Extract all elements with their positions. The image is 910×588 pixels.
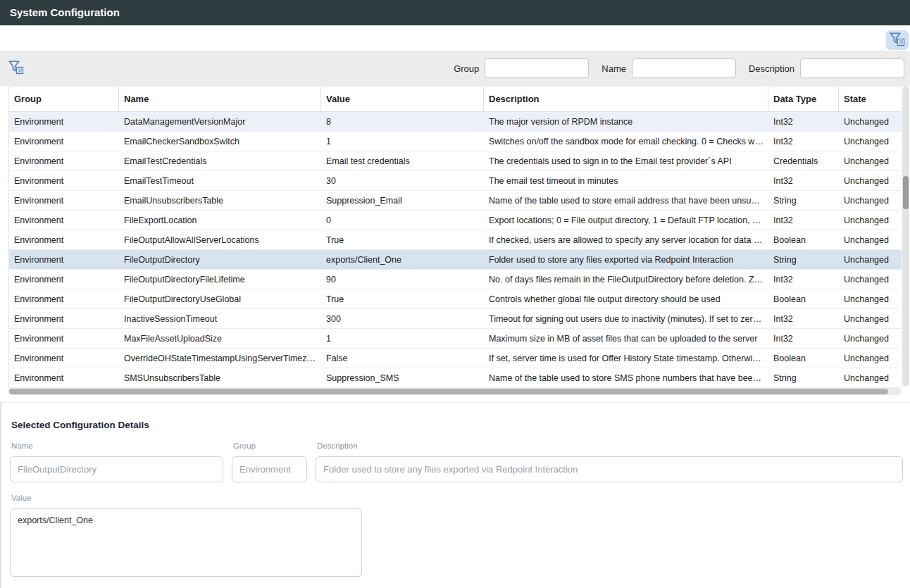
description-filter-input[interactable] (800, 58, 904, 78)
cell-datatype: Int32 (773, 117, 797, 127)
column-header-description[interactable]: Description (484, 87, 768, 111)
selected-configuration-details: Selected Configuration Details Name Grou… (0, 402, 910, 588)
cell-group: Environment (14, 255, 68, 265)
cell-datatype: Int32 (773, 334, 797, 344)
details-group-input[interactable] (232, 456, 307, 482)
vertical-scrollbar-thumb[interactable] (903, 176, 909, 209)
cell-state: Unchanged (844, 334, 893, 344)
cell-state: Unchanged (844, 314, 893, 324)
column-header-datatype[interactable]: Data Type (768, 87, 839, 111)
cell-state: Unchanged (844, 294, 893, 304)
cell-description: If set, server time is used for Offer Hi… (489, 354, 768, 363)
column-header-value[interactable]: Value (321, 87, 484, 111)
cell-value: Email test credentials (326, 156, 414, 166)
details-name-input[interactable] (10, 456, 223, 482)
details-description-input[interactable] (316, 456, 903, 482)
name-filter-input[interactable] (632, 58, 736, 78)
details-value-textarea[interactable]: exports/Client_One (10, 508, 362, 577)
cell-description: If checked, users are allowed to specify… (489, 235, 768, 245)
cell-state: Unchanged (844, 275, 893, 284)
config-table-section: Group Name Value Description Data Type S… (0, 86, 910, 395)
table-row[interactable]: Environment InactiveSessionTimeout 300 T… (9, 309, 902, 329)
cell-description: No. of days files remain in the FileOutp… (489, 275, 768, 284)
filter-bar: Group Name Description (0, 51, 910, 86)
table-row[interactable]: Environment FileOutputDirectory exports/… (9, 250, 902, 270)
cell-value: Suppression_SMS (326, 373, 404, 383)
table-row[interactable]: Environment EmailCheckerSandboxSwitch 1 … (9, 132, 902, 151)
cell-group: Environment (14, 117, 68, 127)
cell-description: Export locations; 0 = File output direct… (489, 215, 768, 225)
cell-value: 0 (326, 215, 335, 225)
cell-description: Switches on/off the sandbox mode for ema… (489, 137, 768, 146)
table-row[interactable]: Environment DataManagementVersionMajor 8… (9, 112, 902, 132)
cell-state: Unchanged (844, 156, 893, 166)
cell-description: Folder used to store any files exported … (489, 255, 737, 265)
cell-name: FileOutputDirectoryUseGlobal (124, 294, 245, 304)
table-row[interactable]: Environment FileExportLocation 0 Export … (9, 211, 902, 230)
table-row[interactable]: Environment FileOutputDirectoryUseGlobal… (9, 289, 902, 309)
cell-group: Environment (14, 235, 68, 245)
cell-value: Suppression_Email (326, 196, 406, 206)
cell-name: EmailUnsubscribersTable (124, 196, 228, 206)
cell-description: Name of the table used to store email ad… (489, 196, 768, 206)
filter-list-icon (8, 61, 24, 77)
filter-fields: Group Name Description (441, 58, 904, 78)
table-row[interactable]: Environment FileOutputDirectoryFileLifet… (9, 270, 902, 289)
cell-group: Environment (14, 137, 68, 146)
toolbar (0, 25, 910, 51)
cell-group: Environment (14, 215, 68, 225)
cell-datatype: String (773, 196, 801, 206)
cell-description: Name of the table used to store SMS phon… (489, 373, 768, 383)
cell-group: Environment (14, 294, 68, 304)
table-row[interactable]: Environment FileOutputAllowAllServerLoca… (9, 230, 902, 250)
cell-description: The credentials used to sign in to the E… (489, 156, 736, 166)
details-field-group: Group (232, 442, 307, 482)
table-row[interactable]: Environment MaxFileAssetUploadSize 1 Max… (9, 329, 902, 349)
cell-name: EmailTestCredentials (124, 156, 211, 166)
cell-datatype: Boolean (773, 235, 810, 245)
cell-name: DataManagementVersionMajor (124, 117, 249, 127)
cell-group: Environment (14, 373, 68, 383)
description-filter-label: Description (749, 63, 794, 74)
filter-field-group: Group (454, 58, 589, 78)
filter-toggle-button[interactable] (886, 30, 909, 50)
horizontal-scrollbar-thumb[interactable] (9, 389, 888, 394)
cell-description: Controls whether global file output dire… (489, 294, 725, 304)
column-header-group[interactable]: Group (9, 87, 119, 111)
cell-datatype: Boolean (773, 354, 810, 363)
config-table-header: Group Name Value Description Data Type S… (9, 87, 902, 112)
cell-state: Unchanged (844, 137, 893, 146)
cell-value: True (326, 235, 348, 245)
column-header-name[interactable]: Name (119, 87, 321, 111)
group-filter-input[interactable] (485, 58, 589, 78)
cell-state: Unchanged (844, 255, 893, 265)
group-filter-label: Group (454, 63, 479, 74)
table-row[interactable]: Environment SMSUnsubscribersTable Suppre… (9, 368, 902, 388)
table-row[interactable]: Environment EmailTestCredentials Email t… (9, 151, 902, 171)
cell-description: Maximum size in MB of asset files that c… (489, 334, 761, 344)
cell-value: 30 (326, 176, 340, 186)
details-group-label: Group (232, 442, 307, 450)
table-row[interactable]: Environment EmailUnsubscribersTable Supp… (9, 191, 902, 211)
cell-name: FileOutputDirectoryFileLifetime (124, 275, 249, 284)
cell-state: Unchanged (844, 117, 893, 127)
details-fields-row: Name Group Description (10, 442, 903, 482)
cell-state: Unchanged (844, 176, 893, 186)
column-header-state[interactable]: State (839, 87, 902, 111)
cell-datatype: Int32 (773, 314, 797, 324)
window-titlebar: System Configuration (0, 0, 910, 25)
cell-datatype: String (773, 255, 801, 265)
cell-value: 1 (326, 137, 335, 146)
horizontal-scrollbar[interactable] (8, 388, 902, 395)
table-row[interactable]: Environment OverrideOHStateTimestampUsin… (9, 349, 902, 368)
filter-field-description: Description (749, 58, 904, 78)
cell-name: SMSUnsubscribersTable (124, 373, 225, 383)
filter-button[interactable] (8, 58, 30, 78)
cell-name: InactiveSessionTimeout (124, 314, 221, 324)
table-row[interactable]: Environment EmailTestTimeout 30 The emai… (9, 171, 902, 191)
vertical-scrollbar[interactable] (902, 86, 909, 387)
cell-state: Unchanged (844, 354, 893, 363)
details-value-row: Value exports/Client_One (10, 494, 903, 577)
cell-name: FileOutputAllowAllServerLocations (124, 235, 263, 245)
cell-value: exports/Client_One (326, 255, 406, 265)
